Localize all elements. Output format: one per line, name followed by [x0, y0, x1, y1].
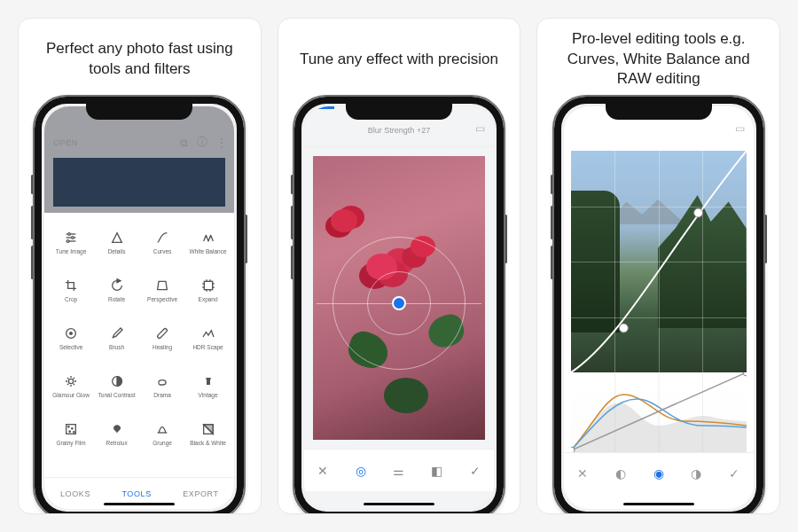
- svg-rect-13: [206, 378, 210, 379]
- drama-icon: [154, 373, 170, 389]
- tool-label: Healing: [153, 344, 172, 350]
- film-icon: [63, 421, 79, 437]
- tool-curves[interactable]: Curves: [139, 218, 185, 266]
- tool-details[interactable]: Details: [94, 218, 140, 266]
- tool-label: Vintage: [199, 392, 218, 398]
- channel-icon[interactable]: ◉: [653, 466, 664, 481]
- tune-icon[interactable]: ⚌: [393, 464, 404, 478]
- target-icon[interactable]: ◎: [356, 464, 366, 478]
- svg-rect-9: [157, 328, 168, 339]
- focus-point[interactable]: [392, 296, 406, 310]
- card-caption: Pro-level editing tools e.g. Curves, Whi…: [537, 19, 779, 95]
- check-icon[interactable]: ✓: [729, 466, 739, 481]
- tab-tools[interactable]: TOOLS: [121, 489, 151, 498]
- tool-label: White Balance: [190, 248, 227, 254]
- retro-icon: [109, 421, 125, 437]
- tool-label: Glamour Glow: [52, 392, 90, 398]
- close-icon[interactable]: ✕: [577, 466, 588, 481]
- tool-label: Black & White: [190, 440, 225, 446]
- tool-label: HDR Scape: [192, 344, 223, 350]
- tab-looks[interactable]: LOOKS: [60, 489, 90, 498]
- slider-label: Blur Strength +27: [368, 126, 430, 135]
- tool-rotate[interactable]: Rotate: [94, 266, 140, 314]
- svg-rect-6: [204, 281, 212, 289]
- tool-drama[interactable]: Drama: [139, 362, 185, 410]
- curves-toolbar: ✕ ◐ ◉ ◑ ✓: [564, 452, 754, 493]
- glow-icon: [63, 373, 79, 389]
- tool-label: Drama: [153, 392, 171, 398]
- photo-preview[interactable]: [53, 158, 225, 207]
- bw-icon: [200, 421, 216, 437]
- tool-label: Expand: [199, 296, 218, 302]
- tool-tonal-contrast[interactable]: Tonal Contrast: [94, 362, 140, 410]
- expand-icon: [200, 278, 216, 293]
- tool-healing[interactable]: Healing: [139, 314, 185, 362]
- svg-point-15: [68, 426, 69, 427]
- curve-icon: [154, 230, 170, 246]
- tool-label: Perspective: [147, 296, 177, 302]
- tool-selective[interactable]: Selective: [48, 314, 94, 362]
- tool-perspective[interactable]: Perspective: [139, 266, 185, 314]
- tool-label: Grainy Film: [56, 440, 85, 446]
- screenshot-card-1: Perfect any photo fast using tools and f…: [18, 18, 262, 514]
- tool-label: Retrolux: [106, 440, 127, 446]
- svg-point-5: [66, 240, 69, 243]
- tool-crop[interactable]: Crop: [48, 266, 94, 314]
- tool-hdr-scape[interactable]: HDR Scape: [185, 314, 231, 362]
- luminance-icon[interactable]: ◐: [615, 466, 626, 481]
- tool-white-balance[interactable]: White Balance: [185, 218, 231, 266]
- progress-bar: [304, 106, 334, 109]
- svg-point-10: [68, 379, 73, 383]
- perspective-icon: [154, 278, 170, 293]
- photo-canvas[interactable]: [571, 151, 747, 372]
- app-header: OPEN ⧉ ⓘ ⋮: [44, 106, 234, 213]
- more-icon[interactable]: ⋮: [216, 137, 227, 149]
- tool-label: Crop: [65, 296, 77, 302]
- info-icon[interactable]: ⓘ: [197, 135, 207, 150]
- grunge-icon: [154, 421, 170, 437]
- tool-tune-image[interactable]: Tune Image: [48, 218, 94, 266]
- phone-mockup-3: ▭: [552, 95, 765, 514]
- tool-label: Brush: [109, 344, 124, 350]
- tab-export[interactable]: EXPORT: [183, 489, 218, 498]
- editor-toolbar: ✕ ◎ ⚌ ◧ ✓: [304, 449, 494, 491]
- tool-vintage[interactable]: Vintage: [185, 362, 231, 410]
- tool-retrolux[interactable]: Retrolux: [94, 410, 140, 458]
- tool-label: Selective: [59, 344, 82, 350]
- tool-expand[interactable]: Expand: [185, 266, 231, 314]
- brush-icon: [109, 325, 125, 341]
- tool-brush[interactable]: Brush: [94, 314, 140, 362]
- open-button[interactable]: OPEN: [53, 138, 78, 147]
- screenshot-card-2: Tune any effect with precision Blur Stre…: [278, 18, 521, 514]
- check-icon[interactable]: ✓: [470, 464, 481, 478]
- tool-glamour-glow[interactable]: Glamour Glow: [48, 362, 94, 410]
- vintage-icon: [200, 373, 216, 389]
- tool-black-white[interactable]: Black & White: [185, 410, 231, 458]
- contrast-icon[interactable]: ◑: [691, 466, 701, 481]
- svg-point-26: [743, 372, 747, 376]
- svg-point-8: [70, 332, 73, 335]
- curve-line[interactable]: [571, 151, 747, 372]
- tool-label: Tonal Contrast: [98, 392, 136, 398]
- svg-point-17: [69, 431, 70, 432]
- photo-canvas[interactable]: [313, 156, 485, 440]
- close-icon[interactable]: ✕: [317, 464, 328, 478]
- tool-label: Grunge: [153, 440, 172, 446]
- bandage-icon: [154, 325, 170, 341]
- compare-icon[interactable]: ▭: [475, 122, 485, 135]
- tool-grunge[interactable]: Grunge: [139, 410, 185, 458]
- layers-icon[interactable]: ⧉: [180, 137, 188, 149]
- tool-grainy-film[interactable]: Grainy Film: [48, 410, 94, 458]
- mask-icon[interactable]: ◧: [431, 464, 442, 478]
- wb-icon: [200, 230, 216, 246]
- svg-point-3: [68, 233, 71, 236]
- svg-point-18: [74, 432, 74, 433]
- card-caption: Perfect any photo fast using tools and f…: [19, 19, 261, 95]
- tool-label: Curves: [153, 248, 172, 254]
- compare-icon[interactable]: ▭: [735, 122, 745, 135]
- phone-mockup-2: Blur Strength +27 ▭ ✕ ◎ ⚌: [293, 95, 505, 514]
- tool-label: Rotate: [108, 296, 125, 302]
- crop-icon: [63, 278, 79, 293]
- rotate-icon: [109, 278, 125, 293]
- tool-label: Details: [108, 248, 126, 254]
